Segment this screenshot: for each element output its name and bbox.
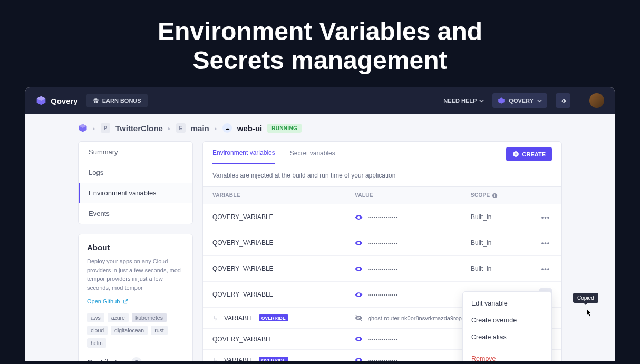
service-icon: ☁ [222, 123, 232, 133]
override-badge: OVERRIDE [259, 357, 288, 361]
revealed-value[interactable]: ghost-router-nk0or8nsvrkmazda9rop [368, 315, 462, 321]
tab-env-variables[interactable]: Environment variables [212, 149, 275, 164]
user-avatar[interactable] [589, 93, 604, 108]
nav-logs[interactable]: Logs [79, 162, 192, 183]
variable-name: QOVERY_VARIABLE [212, 265, 355, 272]
table-row: QOVERY_VARIABLE ••••••••••••••• Built_in… [203, 256, 561, 282]
workspace-selector[interactable]: QOVERY [492, 93, 547, 108]
menu-remove[interactable]: Remove [463, 350, 551, 361]
breadcrumb-env[interactable]: main [191, 124, 209, 133]
tags-list: aws azure kubernetes cloud digitalocean … [87, 313, 184, 348]
qovery-logo-icon [36, 95, 46, 106]
nav-menu: Summary Logs Environment variables Event… [78, 141, 193, 224]
variable-name: QOVERY_VARIABLE [212, 213, 355, 221]
breadcrumb-project[interactable]: TwitterClone [115, 124, 163, 133]
row-actions-button[interactable]: ••• [539, 262, 552, 275]
breadcrumb: ▸ P TwitterClone ▸ E main ▸ ☁ web-ui RUN… [25, 123, 615, 141]
header-variable: VARIABLE [212, 192, 355, 199]
indent-icon: ↳ [212, 357, 220, 362]
tag[interactable]: cloud [87, 326, 108, 335]
open-github-link[interactable]: Open Github [87, 298, 184, 304]
hero-title: Environment Variables andSecrets managem… [0, 0, 640, 87]
panel-tabs: Environment variables Secret variables C… [203, 142, 561, 164]
tag[interactable]: azure [108, 313, 129, 322]
variable-scope: Built_in [471, 213, 529, 221]
org-icon[interactable] [78, 123, 88, 133]
tag[interactable]: aws [87, 313, 104, 322]
earn-bonus-button[interactable]: EARN BONUS [86, 94, 148, 107]
content-area: ▸ P TwitterClone ▸ E main ▸ ☁ web-ui RUN… [25, 114, 615, 361]
menu-create-override[interactable]: Create override [463, 312, 551, 329]
masked-value: ••••••••••••••• [368, 215, 398, 220]
env-badge: E [176, 123, 186, 133]
status-badge: RUNNING [267, 124, 302, 133]
eye-icon[interactable] [355, 335, 363, 343]
indent-icon: ↳ [212, 314, 220, 322]
about-description: Deploy your apps on any Cloud providers … [87, 257, 184, 292]
brand-name: Qovery [51, 96, 78, 105]
about-card: About Deploy your apps on any Cloud prov… [78, 234, 193, 361]
variable-name: VARIABLE [224, 357, 255, 362]
cursor-icon [587, 309, 593, 317]
row-actions-button[interactable]: ••• [539, 211, 552, 223]
svg-text:i: i [494, 194, 495, 198]
nav-env-vars[interactable]: Environment variables [79, 183, 192, 203]
menu-edit-variable[interactable]: Edit variable [463, 295, 551, 312]
eye-icon[interactable] [355, 265, 363, 273]
variable-scope: Built_in [471, 239, 529, 247]
app-frame: Qovery EARN BONUS NEED HELP QOVERY ▸ P T… [25, 87, 615, 361]
gear-icon [560, 97, 567, 104]
about-title: About [87, 243, 184, 252]
svg-marker-2 [498, 98, 505, 104]
eye-icon[interactable] [355, 213, 363, 221]
masked-value: ••••••••••••••• [368, 337, 398, 341]
tag[interactable]: helm [87, 338, 106, 348]
breadcrumb-service[interactable]: web-ui [237, 124, 263, 133]
tag[interactable]: digitalocean [111, 326, 148, 335]
chevron-down-icon [479, 99, 484, 103]
caret-icon: ▸ [93, 125, 95, 131]
eye-icon[interactable] [355, 291, 363, 299]
row-actions-button[interactable]: ••• [539, 237, 552, 249]
chevron-down-icon [537, 99, 542, 103]
topbar: Qovery EARN BONUS NEED HELP QOVERY [25, 87, 615, 114]
create-button[interactable]: CREATE [506, 147, 552, 161]
project-badge: P [101, 123, 110, 133]
tag[interactable]: kubernetes [132, 313, 167, 322]
header-value: VALUE [355, 192, 471, 199]
gift-icon [93, 97, 99, 104]
contributors-label: Contributors [87, 358, 127, 361]
tag[interactable]: rust [151, 326, 168, 335]
variable-name: QOVERY_VARIABLE [212, 239, 355, 247]
masked-value: ••••••••••••••• [368, 358, 398, 361]
variable-name: QOVERY_VARIABLE [212, 336, 355, 343]
panel-description: Variables are injected at the build and … [203, 164, 561, 186]
masked-value: ••••••••••••••• [368, 292, 398, 297]
eye-icon[interactable] [355, 356, 363, 361]
plus-circle-icon [512, 151, 519, 158]
masked-value: ••••••••••••••• [368, 267, 398, 271]
table-row: QOVERY_VARIABLE ••••••••••••••• Built_in… [203, 204, 561, 230]
masked-value: ••••••••••••••• [368, 241, 398, 245]
menu-separator [463, 348, 551, 348]
nav-events[interactable]: Events [79, 203, 192, 224]
variable-name: VARIABLE [224, 314, 255, 322]
brand-logo[interactable]: Qovery [36, 95, 78, 106]
info-icon[interactable]: i [492, 193, 498, 199]
override-badge: OVERRIDE [259, 314, 288, 321]
tab-secret-variables[interactable]: Secret variables [290, 150, 335, 163]
caret-icon: ▸ [168, 125, 171, 131]
nav-summary[interactable]: Summary [79, 142, 192, 162]
settings-button[interactable] [556, 93, 570, 108]
workspace-icon [498, 97, 505, 104]
caret-icon: ▸ [215, 125, 217, 131]
external-link-icon [123, 299, 128, 304]
variable-name: QOVERY_VARIABLE [212, 291, 355, 298]
eye-icon[interactable] [355, 239, 363, 247]
contributors-count: 8 [131, 357, 142, 361]
eye-off-icon[interactable] [355, 314, 363, 322]
context-menu: Edit variable Create override Create ali… [462, 291, 552, 361]
need-help-button[interactable]: NEED HELP [443, 97, 484, 104]
table-row: QOVERY_VARIABLE ••••••••••••••• Built_in… [203, 230, 561, 256]
menu-create-alias[interactable]: Create alias [463, 329, 551, 346]
